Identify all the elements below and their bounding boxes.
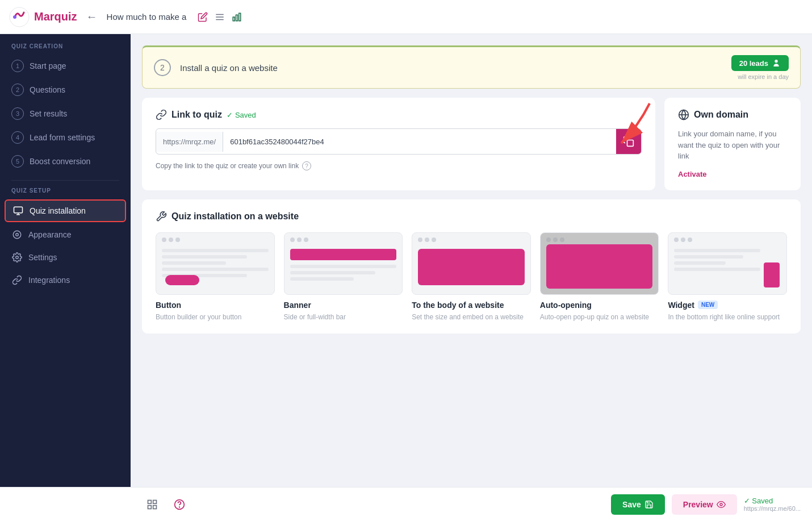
back-button[interactable]: ← — [86, 10, 98, 23]
install-option-button[interactable]: Button Button builder or your button — [156, 232, 275, 322]
widget-desc: In the bottom right like online support — [668, 312, 787, 322]
logo-area: Marquiz — [9, 7, 77, 27]
svg-point-1 — [13, 15, 16, 19]
link-prefix: https://mrqz.me/ — [156, 132, 223, 152]
question-mark-icon — [174, 499, 185, 510]
sidebar-item-integrations[interactable]: Integrations — [0, 269, 131, 291]
pencil-icon — [198, 12, 208, 22]
appearance-label: Appearance — [28, 230, 72, 239]
settings-label: Settings — [28, 253, 57, 262]
step-3: 3 — [11, 107, 24, 120]
button-preview — [156, 232, 275, 295]
integrations-label: Integrations — [28, 276, 70, 285]
activate-link[interactable]: Activate — [678, 170, 707, 178]
step-2: 2 — [11, 84, 24, 96]
installation-title: Quiz installation on a website — [156, 211, 787, 222]
banner-expire: will expire in a day — [738, 73, 789, 80]
person-icon — [772, 59, 781, 68]
list-icon-button[interactable] — [215, 12, 225, 22]
sidebar-set-results-label: Set results — [30, 109, 67, 118]
edit-icon-button[interactable] — [198, 12, 208, 22]
svg-point-25 — [720, 503, 722, 506]
installation-card: Quiz installation on a website — [142, 199, 801, 334]
widget-preview — [668, 232, 787, 295]
banner-text: Install a quiz on a website — [180, 63, 722, 73]
svg-rect-20 — [153, 500, 157, 503]
sidebar-item-questions[interactable]: 2 Questions — [0, 78, 131, 102]
appearance-icon — [11, 229, 23, 240]
expand-icon-button[interactable] — [142, 494, 162, 515]
step-1: 1 — [11, 60, 24, 72]
auto-popup — [546, 244, 653, 289]
svg-point-14 — [775, 60, 777, 62]
save-button[interactable]: Save — [611, 494, 665, 515]
button-desc: Button builder or your button — [156, 312, 275, 322]
logo-text: Marquiz — [34, 10, 77, 23]
svg-rect-15 — [627, 140, 634, 147]
svg-rect-6 — [236, 15, 238, 21]
header-icons — [198, 12, 242, 22]
sidebar-item-set-results[interactable]: 3 Set results — [0, 102, 131, 126]
svg-point-12 — [13, 231, 21, 239]
content-area: 2 Install a quiz on a website 20 leads w… — [131, 34, 812, 487]
link-icon — [156, 109, 167, 120]
wrench-icon — [156, 211, 167, 222]
banner-desc: Side or full-width bar — [284, 312, 403, 322]
saved-badge: ✓ Saved — [227, 111, 256, 119]
bottom-toolbar: Save Preview ✓ Saved https://mrqz.me/60.… — [0, 487, 812, 521]
quiz-installation-label: Quiz installation — [30, 206, 86, 215]
svg-rect-22 — [153, 505, 157, 509]
button-label: Button — [156, 301, 275, 310]
svg-point-24 — [179, 507, 180, 507]
integrations-icon — [11, 274, 23, 286]
body-label: To the body of a website — [412, 301, 531, 310]
banner-preview — [284, 232, 403, 295]
auto-desc: Auto-open pop-up quiz on a website — [540, 312, 659, 322]
auto-preview — [540, 232, 659, 295]
save-icon — [644, 500, 654, 509]
link-value-input[interactable] — [223, 132, 616, 152]
sidebar-item-lead-form[interactable]: 4 Lead form settings — [0, 126, 131, 149]
copy-button[interactable] — [616, 129, 641, 154]
logo-icon — [9, 7, 30, 27]
install-option-banner[interactable]: Banner Side or full-width bar — [284, 232, 403, 322]
sidebar-questions-label: Questions — [30, 85, 65, 94]
body-block — [418, 249, 525, 285]
sidebar-item-boost[interactable]: 5 Boost conversion — [0, 149, 131, 173]
main-layout: QUIZ CREATION 1 Start page 2 Questions 3… — [0, 34, 812, 487]
install-option-auto[interactable]: Auto-opening Auto-open pop-up quiz on a … — [540, 232, 659, 322]
sidebar-item-quiz-installation[interactable]: Quiz installation — [5, 199, 126, 222]
leads-badge: 20 leads — [731, 55, 789, 71]
cards-row: Link to quiz ✓ Saved https://mrqz.me/ Co… — [142, 98, 801, 190]
svg-rect-5 — [233, 17, 235, 21]
install-option-widget[interactable]: Widget NEW In the bottom right like onli… — [668, 232, 787, 322]
install-option-body[interactable]: To the body of a website Set the size an… — [412, 232, 531, 322]
body-preview — [412, 232, 531, 295]
sidebar-item-settings[interactable]: Settings — [0, 246, 131, 269]
help-icon-button[interactable] — [169, 494, 190, 515]
quiz-setup-label: QUIZ SETUP — [0, 187, 131, 198]
sidebar-divider — [11, 180, 119, 181]
install-banner: 2 Install a quiz on a website 20 leads w… — [142, 45, 801, 89]
banner-step: 2 — [154, 59, 171, 76]
quiz-title: How much to make a — [107, 12, 187, 22]
sidebar-item-start-page[interactable]: 1 Start page — [0, 54, 131, 78]
banner-bar — [290, 249, 397, 260]
step-4: 4 — [11, 131, 24, 144]
monitor-icon — [12, 205, 24, 216]
list-icon — [215, 12, 225, 22]
chart-icon-button[interactable] — [232, 12, 242, 22]
quiz-creation-label: QUIZ CREATION — [0, 43, 131, 54]
preview-button[interactable]: Preview — [672, 494, 737, 515]
eye-icon — [717, 500, 726, 509]
link-card-title: Link to quiz ✓ Saved — [156, 109, 642, 120]
sidebar-item-appearance[interactable]: Appearance — [0, 223, 131, 246]
settings-icon — [11, 252, 23, 263]
domain-card: Own domain Link your domain name, if you… — [664, 98, 801, 190]
copy-icon — [623, 136, 634, 147]
link-helper: Copy the link to the quiz or create your… — [156, 161, 642, 170]
saved-url: https://mrqz.me/60... — [744, 505, 801, 512]
domain-desc: Link your domain name, if you want the q… — [678, 128, 787, 162]
banner-label: Banner — [284, 301, 403, 310]
body-desc: Set the size and embed on a website — [412, 312, 531, 322]
